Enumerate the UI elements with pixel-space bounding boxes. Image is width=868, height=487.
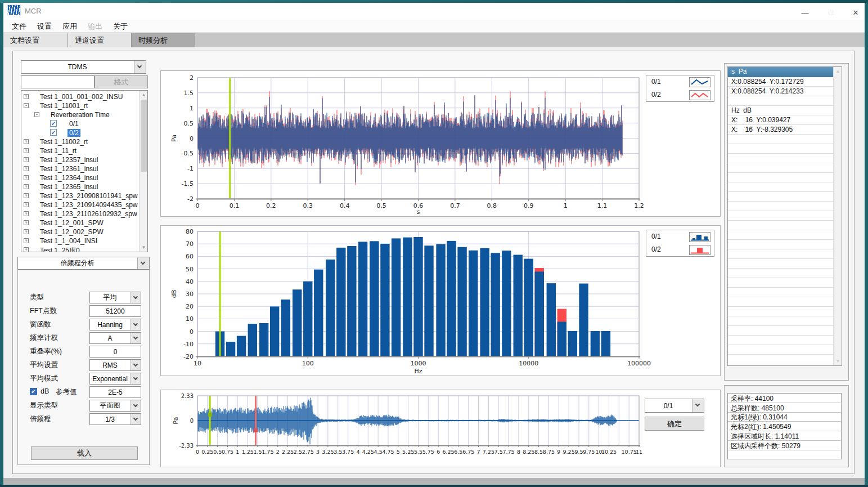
cursor-list-row[interactable] [728,278,834,288]
cursor-list-row[interactable] [728,135,834,144]
filter-input[interactable] [21,75,95,88]
field-dropdown-button[interactable] [131,414,141,425]
cursor-list-row[interactable] [728,249,834,259]
tree-item[interactable]: +Test 1_123_210914094435_spw [21,200,138,209]
tree-item[interactable]: -Reverberation Time [21,110,138,119]
confirm-button[interactable]: 确定 [645,417,704,431]
menu-item-输出[interactable]: 输出 [88,21,102,32]
format-button[interactable]: 格式 [95,75,148,88]
scroll-up-arrow[interactable]: ▲ [834,67,842,75]
cursor-list-scrollbar[interactable]: ▲▼ [833,67,842,365]
tree-expander-icon[interactable]: - [34,112,39,117]
channel-select[interactable]: 0/1 [645,399,704,413]
tree-expander-icon[interactable]: + [24,148,29,153]
tree-expander-icon[interactable]: + [24,220,29,225]
cursor-list-row[interactable] [728,316,834,326]
tree-item[interactable]: +Test 1_25度0 [21,245,138,252]
cursor-list-row[interactable]: X:0.088254 Y:0.214233 [728,87,834,96]
file-format-select[interactable]: TDMS [21,60,146,74]
field-dropdown-button[interactable] [131,400,141,411]
cursor-list-row[interactable] [728,326,834,336]
cursor-list-row[interactable] [728,240,834,249]
file-format-dropdown-button[interactable] [134,61,146,73]
cursor-list-row[interactable] [728,96,834,106]
tree-expander-icon[interactable]: + [24,166,29,171]
cursor-list-row[interactable] [728,202,834,211]
field-select-0[interactable]: 平均 [89,292,141,303]
tree-expander-icon[interactable]: + [24,193,29,198]
cursor-list-row[interactable]: X: 16 Y:0.039427 [728,115,834,125]
checkbox-icon[interactable]: ✔ [50,120,57,127]
field-select-5[interactable]: RMS [89,359,141,371]
tree-item[interactable]: +Test 1_11_rt [21,146,138,155]
field-select-6[interactable]: Exponential [89,373,141,385]
tree-item[interactable]: -Test 1_11001_rt [21,101,138,110]
cursor-list-row[interactable] [728,211,834,221]
field-input-1[interactable]: 51200 [89,305,141,317]
scroll-down-arrow[interactable]: ▼ [834,357,842,365]
cursor-list-row[interactable] [728,144,834,154]
channel-select-dropdown-button[interactable] [692,399,704,412]
tree-item[interactable]: +Test 1_11002_rt [21,137,138,146]
checkbox-icon[interactable]: ✔ [50,129,57,136]
tree-expander-icon[interactable]: + [24,94,29,99]
tab-通道设置[interactable]: 通道设置 [68,33,132,47]
cursor-list-row[interactable] [728,182,834,192]
menu-item-设置[interactable]: 设置 [37,21,52,32]
tree-expander-icon[interactable]: - [24,103,29,108]
cursor-list-row[interactable] [728,259,834,269]
scroll-down-arrow[interactable]: ▼ [140,243,148,252]
cursor-list-row[interactable] [728,336,834,345]
tree-item[interactable]: +Test 1_12357_insul [21,155,138,164]
close-button[interactable]: ✕ [847,6,864,20]
tree-scrollbar[interactable]: ▲▼ [139,91,147,252]
tree-expander-icon[interactable]: + [24,139,29,144]
cursor-list-row[interactable]: X:0.088254 Y:0.172729 [728,77,834,87]
tree-expander-icon[interactable]: + [24,202,29,207]
tree-expander-icon[interactable]: + [24,184,29,189]
cursor-list-row[interactable] [728,307,834,316]
third-octave-spectrum-chart[interactable]: 1010010001000010000080706050403020100-10… [161,226,721,377]
field-select-9[interactable]: 1/3 [89,413,141,425]
reference-value-input[interactable]: 2E-5 [89,386,141,398]
cursor-list-row[interactable] [728,297,834,307]
menu-item-应用[interactable]: 应用 [62,21,77,32]
tree-item[interactable]: +Test 1_12_002_SPW [21,227,138,236]
tree-expander-icon[interactable]: + [24,157,29,162]
tree-expander-icon[interactable]: + [24,175,29,180]
field-dropdown-button[interactable] [131,319,141,330]
field-dropdown-button[interactable] [131,360,141,370]
cursor-list-row[interactable] [728,355,834,364]
analysis-type-dropdown-button[interactable] [137,257,149,269]
field-input-4[interactable]: 0 [89,346,141,358]
minimize-button[interactable]: — [797,6,813,20]
tree-expander-icon[interactable]: + [24,238,29,243]
field-dropdown-button[interactable] [131,292,141,303]
cursor-list-row[interactable] [728,230,834,240]
field-dropdown-button[interactable] [131,373,141,384]
tree-item[interactable]: +Test 1_12364_insul [21,173,138,182]
cursor-list-row[interactable] [728,163,834,173]
tree-expander-icon[interactable]: + [24,229,29,234]
menu-item-关于[interactable]: 关于 [113,21,128,32]
overview-waveform-chart[interactable]: 00.250.50.7511.251.51.7522.252.52.7533.2… [161,390,721,468]
tree-expander-icon[interactable]: + [24,211,29,216]
cursor-list-row[interactable] [728,154,834,163]
cursor-list-row[interactable] [728,288,834,297]
cursor-list-row[interactable]: X: 16 Y:-8.329305 [728,125,834,135]
field-select-2[interactable]: Hanning [89,319,141,330]
tree-item[interactable]: +Test 1_1_004_INSI [21,236,138,245]
tree-item[interactable]: ✔0/2 [21,128,138,137]
field-select-8[interactable]: 平面图 [89,400,141,412]
tab-文档设置[interactable]: 文档设置 [3,33,68,47]
cursor-list-row[interactable] [728,192,834,202]
load-button[interactable]: 载入 [31,446,138,460]
field-dropdown-button[interactable] [131,333,141,343]
field-select-3[interactable]: A [89,332,141,344]
scroll-thumb[interactable] [141,100,147,172]
cursor-list-row[interactable] [728,345,834,355]
tab-时频分析[interactable]: 时频分析 [132,33,195,47]
cursor-list-row[interactable] [728,221,834,230]
tree-item[interactable]: +Test 1_001_001_002_INSU [21,92,138,101]
tree-item[interactable]: +Test 1_123_211026102932_spw [21,209,138,218]
